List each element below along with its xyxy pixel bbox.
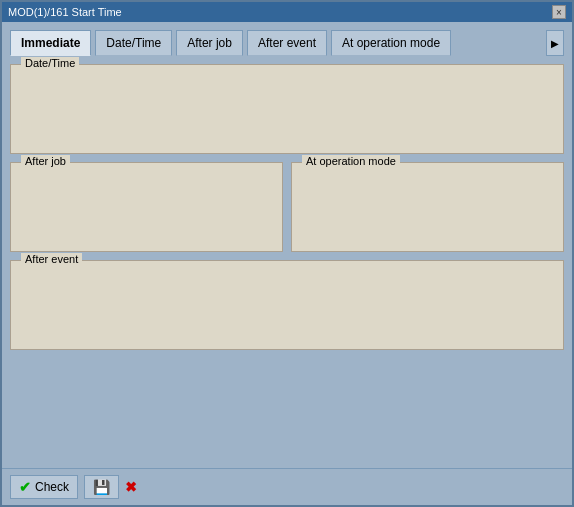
datetime-panel: Date/Time <box>10 64 564 154</box>
opmode-panel-label: At operation mode <box>302 155 400 167</box>
tab-datetime[interactable]: Date/Time <box>95 30 172 56</box>
window-title: MOD(1)/161 Start Time <box>8 6 122 18</box>
tab-atopmode[interactable]: At operation mode <box>331 30 451 56</box>
save-button[interactable]: 💾 <box>84 475 119 499</box>
tab-immediate[interactable]: Immediate <box>10 30 91 56</box>
check-label: Check <box>35 480 69 494</box>
datetime-panel-label: Date/Time <box>21 57 79 69</box>
opmode-panel: At operation mode <box>291 162 564 252</box>
panels-area: Date/Time After job At operation mode Af… <box>10 64 564 460</box>
window-content: Immediate Date/Time After job After even… <box>2 22 572 468</box>
tab-bar: Immediate Date/Time After job After even… <box>10 30 564 56</box>
afterevent-panel-label: After event <box>21 253 82 265</box>
tab-afterevent[interactable]: After event <box>247 30 327 56</box>
close-button[interactable]: × <box>552 5 566 19</box>
footer: ✔ Check 💾 ✖ <box>2 468 572 505</box>
afterjob-panel-label: After job <box>21 155 70 167</box>
tab-afterjob[interactable]: After job <box>176 30 243 56</box>
middle-row: After job At operation mode <box>10 162 564 252</box>
afterjob-panel: After job <box>10 162 283 252</box>
save-icon: 💾 <box>93 479 110 495</box>
main-window: MOD(1)/161 Start Time × Immediate Date/T… <box>0 0 574 507</box>
title-bar: MOD(1)/161 Start Time × <box>2 2 572 22</box>
check-icon: ✔ <box>19 479 31 495</box>
check-button[interactable]: ✔ Check <box>10 475 78 499</box>
cancel-icon[interactable]: ✖ <box>125 479 137 495</box>
afterevent-panel: After event <box>10 260 564 350</box>
tab-arrow[interactable]: ▶ <box>546 30 564 56</box>
